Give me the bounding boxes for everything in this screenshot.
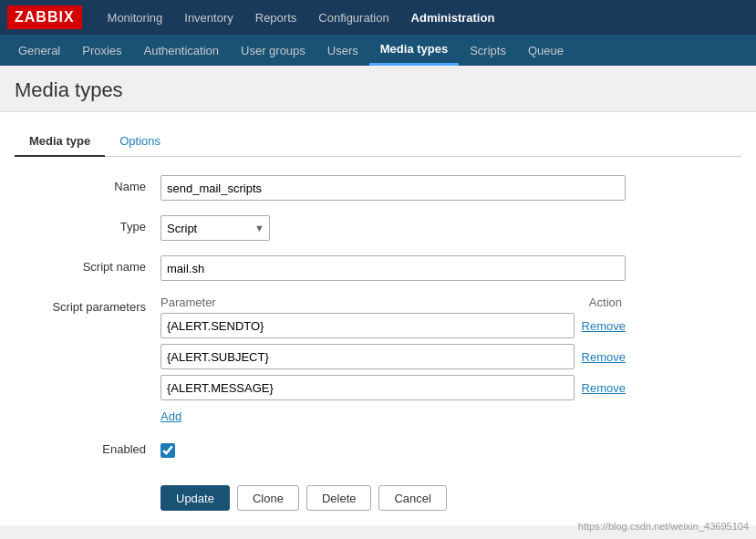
script-name-input[interactable] [161,255,626,281]
subnav-users[interactable]: Users [316,35,369,66]
remove-button-3[interactable]: Remove [582,381,626,395]
script-params-row: Script parameters Parameter Action Remov… [15,295,741,423]
tab-options[interactable]: Options [105,127,175,157]
name-control [161,175,626,201]
delete-button[interactable]: Delete [306,485,372,511]
nav-reports[interactable]: Reports [244,0,308,35]
nav-monitoring[interactable]: Monitoring [97,0,174,35]
name-label: Name [15,175,161,193]
params-col-param-header: Parameter [161,295,216,309]
nav-administration[interactable]: Administration [400,0,506,35]
subnav-queue[interactable]: Queue [517,35,575,66]
subnav-scripts[interactable]: Scripts [459,35,517,66]
param-row-3: Remove [161,375,626,400]
script-name-row: Script name [15,255,741,281]
cancel-button[interactable]: Cancel [378,485,446,511]
script-name-label: Script name [15,255,161,274]
nav-configuration[interactable]: Configuration [307,0,399,35]
script-params-control: Parameter Action Remove Remove Remove Ad… [161,295,626,423]
subnav-proxies[interactable]: Proxies [71,35,132,66]
subnav-authentication[interactable]: Authentication [133,35,230,66]
tab-bar: Media type Options [15,127,741,157]
subnav-user-groups[interactable]: User groups [230,35,316,66]
script-name-control [161,255,626,281]
param-row-2: Remove [161,344,626,369]
name-row: Name [15,175,741,201]
watermark: https://blog.csdn.net/weixin_43695104 [578,521,749,525]
add-param-link[interactable]: Add [161,409,181,423]
type-label: Type [15,215,161,233]
param-row-1: Remove [161,313,626,338]
subnav-media-types[interactable]: Media types [369,35,459,66]
sub-navbar: General Proxies Authentication User grou… [0,35,756,66]
type-row: Type Script Email SMS Jabber Ez Texting … [15,215,741,241]
update-button[interactable]: Update [161,485,230,511]
remove-button-2[interactable]: Remove [582,350,626,364]
type-control: Script Email SMS Jabber Ez Texting ▼ [161,215,626,241]
param-input-3[interactable] [161,375,575,400]
content-area: Media type Options Name Type Script Emai… [0,112,756,525]
enabled-row: Enabled [15,438,741,463]
button-row: Update Clone Delete Cancel [15,485,741,511]
nav-inventory[interactable]: Inventory [173,0,243,35]
tab-media-type[interactable]: Media type [15,127,105,157]
script-params-label: Script parameters [15,295,161,314]
param-input-2[interactable] [161,344,575,369]
logo[interactable]: ZABBIX [7,5,82,29]
enabled-control [161,438,175,463]
params-col-action-header: Action [589,295,626,309]
remove-button-1[interactable]: Remove [582,319,626,333]
params-header: Parameter Action [161,295,626,313]
top-navbar: ZABBIX Monitoring Inventory Reports Conf… [0,0,756,35]
type-select[interactable]: Script Email SMS Jabber Ez Texting [161,215,270,241]
page-header: Media types [0,66,756,112]
clone-button[interactable]: Clone [237,485,299,511]
subnav-general[interactable]: General [7,35,71,66]
enabled-checkbox[interactable] [161,443,175,458]
type-select-wrapper: Script Email SMS Jabber Ez Texting ▼ [161,215,270,241]
name-input[interactable] [161,175,626,201]
enabled-label: Enabled [15,438,161,456]
param-input-1[interactable] [161,313,575,338]
page-title: Media types [15,78,741,102]
